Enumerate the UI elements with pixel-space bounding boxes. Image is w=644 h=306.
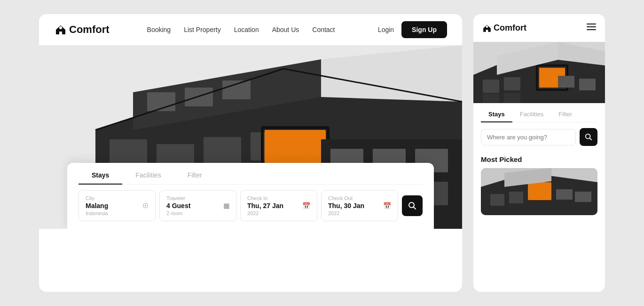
logo-text: Comfort <box>69 24 110 36</box>
svg-rect-37 <box>504 77 520 90</box>
mobile-logo-icon <box>482 23 492 33</box>
svg-rect-41 <box>504 93 520 103</box>
city-value: Malang ☉ <box>86 202 149 209</box>
search-tabs: Stays Facilities Filter <box>79 163 423 185</box>
svg-rect-39 <box>579 79 596 90</box>
signup-button[interactable]: Sign Up <box>401 21 447 38</box>
mobile-search-button[interactable] <box>580 128 597 146</box>
page-wrapper: Comfort Booking List Property Location A… <box>0 0 644 306</box>
nav-contact[interactable]: Contact <box>312 26 335 33</box>
checkin-field[interactable]: Check In Thu, 27 Jan 📅 2022 <box>240 190 317 221</box>
svg-rect-38 <box>558 76 574 88</box>
nav-about-us[interactable]: About Us <box>272 26 299 33</box>
calendar-out-icon: 📅 <box>383 202 391 209</box>
svg-rect-40 <box>483 94 499 103</box>
svg-rect-5 <box>204 137 241 165</box>
checkout-sub: 2022 <box>328 210 391 216</box>
navbar: Comfort Booking List Property Location A… <box>39 14 462 45</box>
mobile-search-icon <box>585 133 592 141</box>
mobile-logo: Comfort <box>482 23 526 33</box>
tab-filter[interactable]: Filter <box>174 167 215 185</box>
svg-line-45 <box>589 138 591 140</box>
search-fields: City Malang ☉ Indonesia Traveler 4 Guest… <box>79 185 423 229</box>
location-icon: ☉ <box>142 202 149 209</box>
logo[interactable]: Comfort <box>54 23 110 36</box>
hamburger-svg <box>586 22 597 32</box>
svg-rect-51 <box>556 189 573 200</box>
svg-rect-36 <box>483 80 499 93</box>
traveler-field[interactable]: Traveler 4 Guest ▦ 2 room <box>159 190 236 221</box>
traveler-sub: 2 room <box>166 210 229 216</box>
desktop-card: Comfort Booking List Property Location A… <box>39 14 462 292</box>
traveler-value: 4 Guest ▦ <box>166 202 229 209</box>
mobile-search-row <box>473 122 605 152</box>
nav-booking[interactable]: Booking <box>147 26 171 33</box>
city-sub: Indonesia <box>86 210 149 216</box>
checkout-value: Thu, 30 Jan 📅 <box>328 202 391 209</box>
calendar-in-icon: 📅 <box>302 202 310 209</box>
checkout-field[interactable]: Check Out Thu, 30 Jan 📅 2022 <box>321 190 398 221</box>
svg-point-0 <box>59 26 62 29</box>
checkin-sub: 2022 <box>247 210 310 216</box>
login-button[interactable]: Login <box>378 26 394 33</box>
mobile-tabs: Stays Facilities Filter <box>481 103 597 122</box>
mobile-tabs-container: Stays Facilities Filter <box>473 103 605 122</box>
checkout-label: Check Out <box>328 195 391 201</box>
traveler-label: Traveler <box>166 195 229 201</box>
search-icon <box>408 201 416 210</box>
mobile-logo-text: Comfort <box>494 23 526 33</box>
city-field[interactable]: City Malang ☉ Indonesia <box>79 190 156 221</box>
nav-location[interactable]: Location <box>234 26 259 33</box>
tab-facilities[interactable]: Facilities <box>122 167 174 185</box>
svg-rect-49 <box>490 194 504 206</box>
nav-list-property[interactable]: List Property <box>184 26 221 33</box>
nav-actions: Login Sign Up <box>378 21 447 38</box>
mobile-tab-stays[interactable]: Stays <box>481 107 512 122</box>
nav-links: Booking List Property Location About Us … <box>147 26 378 33</box>
most-picked-image <box>481 168 597 215</box>
svg-rect-50 <box>509 192 523 203</box>
mobile-search-input[interactable] <box>481 129 576 145</box>
mobile-card: Comfort <box>473 14 605 292</box>
search-button[interactable] <box>402 195 423 216</box>
svg-rect-52 <box>575 192 591 202</box>
checkin-value: Thu, 27 Jan 📅 <box>247 202 310 209</box>
mobile-hero <box>473 42 605 103</box>
mobile-tab-filter[interactable]: Filter <box>551 107 580 122</box>
mobile-navbar: Comfort <box>473 14 605 42</box>
person-icon: ▦ <box>223 202 229 209</box>
tab-stays[interactable]: Stays <box>79 167 122 185</box>
hero-image: Stays Facilities Filter City Malang ☉ In… <box>39 45 462 229</box>
search-bar: Stays Facilities Filter City Malang ☉ In… <box>67 163 434 229</box>
most-picked-title: Most Picked <box>481 155 597 163</box>
svg-rect-48 <box>528 182 551 200</box>
mobile-tab-facilities[interactable]: Facilities <box>512 107 551 122</box>
svg-line-27 <box>414 207 416 209</box>
checkin-label: Check In <box>247 195 310 201</box>
hamburger-icon[interactable] <box>586 22 597 34</box>
mobile-most-picked: Most Picked <box>473 152 605 292</box>
city-label: City <box>86 195 149 201</box>
svg-point-28 <box>486 25 488 28</box>
